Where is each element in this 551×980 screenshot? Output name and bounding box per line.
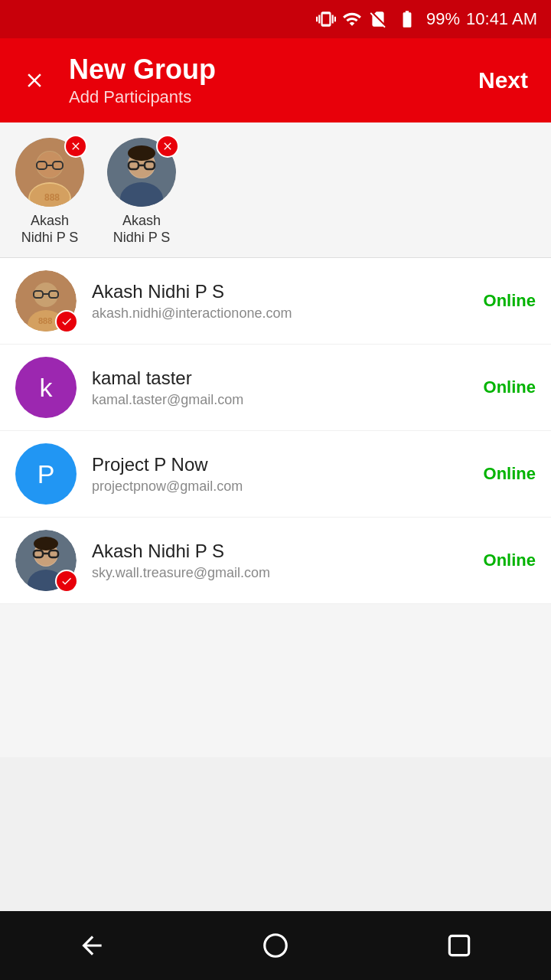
contact-avatar-wrap-2: k	[15, 357, 77, 418]
page-subtitle: Add Participants	[69, 87, 471, 107]
contact-name-3: Project P Now	[92, 454, 476, 475]
close-icon	[23, 69, 46, 92]
home-icon	[261, 931, 290, 960]
contact-status-2: Online	[484, 377, 536, 397]
header: New Group Add Participants Next	[0, 38, 551, 122]
contact-email-4: sky.wall.treasure@gmail.com	[92, 565, 476, 581]
contact-info-4: Akash Nidhi P S sky.wall.treasure@gmail.…	[92, 541, 476, 581]
contact-name-2: kamal taster	[92, 368, 476, 389]
battery-percent: 99%	[426, 9, 460, 29]
back-icon	[77, 931, 106, 960]
contact-item-4[interactable]: Akash Nidhi P S sky.wall.treasure@gmail.…	[0, 518, 551, 604]
selected-avatar-wrap-1: 888	[15, 138, 84, 207]
contact-item-1[interactable]: 888 Akash Nidhi P S akash.nidhi@interact…	[0, 258, 551, 345]
contact-status-1: Online	[484, 291, 536, 311]
status-bar: 99% 10:41 AM	[0, 0, 551, 38]
contact-avatar-wrap-1: 888	[15, 270, 77, 332]
battery-icon	[394, 9, 420, 29]
contact-initial-2: k	[40, 373, 53, 403]
contact-info-2: kamal taster kamal.taster@gmail.com	[92, 368, 476, 408]
svg-text:888: 888	[44, 192, 60, 203]
contact-email-1: akash.nidhi@interactionone.com	[92, 305, 476, 322]
contact-name-4: Akash Nidhi P S	[92, 541, 476, 562]
no-sim-icon	[368, 9, 388, 29]
check-icon-1	[60, 315, 73, 328]
selected-participant-2[interactable]: AkashNidhi P S	[107, 138, 176, 246]
selected-name-1: AkashNidhi P S	[21, 213, 79, 246]
remove-icon-2	[161, 140, 174, 152]
selected-check-1	[55, 310, 78, 333]
next-button[interactable]: Next	[471, 60, 536, 101]
selected-participants-row: 888 AkashNidhi P S	[0, 122, 551, 258]
contact-info-1: Akash Nidhi P S akash.nidhi@interactiono…	[92, 281, 476, 322]
contact-avatar-2: k	[15, 357, 77, 418]
signal-icon	[342, 9, 362, 29]
contact-item-2[interactable]: k kamal taster kamal.taster@gmail.com On…	[0, 345, 551, 431]
contact-list: 888 Akash Nidhi P S akash.nidhi@interact…	[0, 258, 551, 604]
selected-participant-1[interactable]: 888 AkashNidhi P S	[15, 138, 84, 246]
recents-icon	[445, 931, 474, 960]
svg-point-31	[34, 537, 58, 550]
back-button[interactable]	[61, 915, 122, 976]
svg-text:888: 888	[38, 316, 52, 325]
recents-button[interactable]	[429, 915, 490, 976]
contact-email-2: kamal.taster@gmail.com	[92, 392, 476, 408]
status-icons: 99% 10:41 AM	[316, 9, 537, 29]
contact-status-3: Online	[484, 464, 536, 484]
close-button[interactable]	[15, 61, 54, 100]
contact-item-3[interactable]: P Project P Now projectpnow@gmail.com On…	[0, 431, 551, 518]
header-title-block: New Group Add Participants	[54, 54, 471, 107]
remove-participant-2-button[interactable]	[156, 135, 179, 158]
contact-avatar-3: P	[15, 443, 77, 505]
check-icon-4	[60, 575, 73, 587]
svg-point-32	[265, 935, 287, 957]
contact-initial-3: P	[37, 459, 55, 489]
remove-participant-1-button[interactable]	[64, 135, 87, 158]
vibrate-icon	[316, 9, 336, 29]
contact-info-3: Project P Now projectpnow@gmail.com	[92, 454, 476, 495]
contact-avatar-wrap-4	[15, 530, 77, 591]
time-display: 10:41 AM	[466, 9, 537, 29]
contact-name-1: Akash Nidhi P S	[92, 281, 476, 302]
selected-name-2: AkashNidhi P S	[113, 213, 171, 246]
selected-avatar-wrap-2	[107, 138, 176, 207]
home-button[interactable]	[245, 915, 306, 976]
remove-icon-1	[70, 140, 82, 152]
contact-status-4: Online	[484, 550, 536, 570]
svg-point-16	[128, 145, 155, 161]
page-title: New Group	[69, 54, 471, 86]
selected-check-4	[55, 570, 78, 593]
bottom-navigation	[0, 911, 551, 980]
svg-rect-33	[449, 936, 468, 955]
content-spacer	[0, 604, 551, 757]
contact-email-3: projectpnow@gmail.com	[92, 479, 476, 495]
contact-avatar-wrap-3: P	[15, 443, 77, 505]
